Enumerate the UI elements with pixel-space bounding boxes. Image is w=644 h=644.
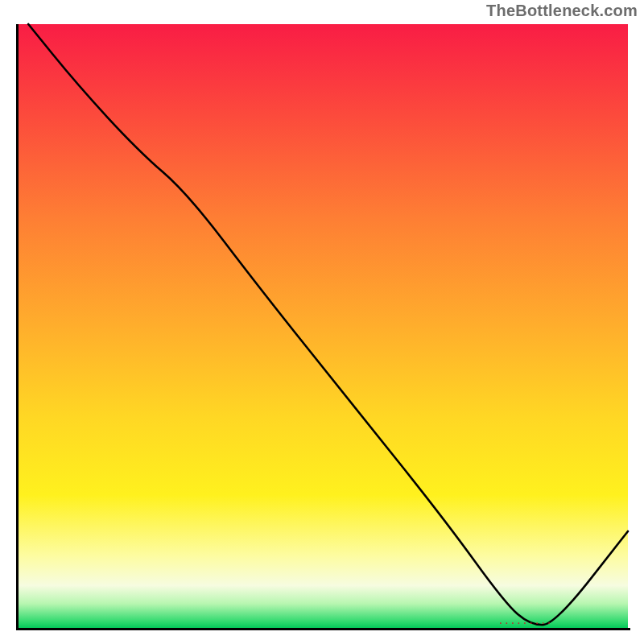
watermark-text: TheBottleneck.com (486, 2, 638, 20)
valley-marker-label: . . . . . . . . . (499, 617, 551, 625)
bottleneck-curve (16, 24, 628, 630)
chart-container: TheBottleneck.com . . . . . . . . . (0, 0, 644, 644)
plot-area: . . . . . . . . . (16, 24, 628, 628)
